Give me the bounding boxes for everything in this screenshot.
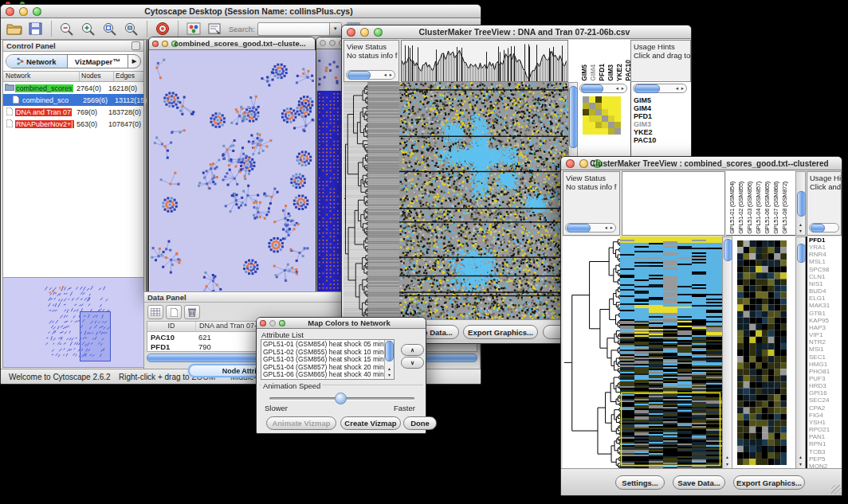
slider-thumb[interactable] — [335, 393, 347, 404]
title-bar[interactable]: combined_scores_good.txt--cluste... — [149, 37, 315, 50]
matrix-cell[interactable] — [583, 122, 589, 128]
scroll-up-icon[interactable]: ▴ — [796, 454, 805, 460]
gene-label[interactable]: ELG1 — [807, 295, 842, 302]
column-label[interactable]: GIM5 — [580, 64, 589, 81]
gene-label[interactable]: GIM4 — [631, 104, 691, 112]
title-bar[interactable]: ClusterMaker TreeView : combined_scores_… — [561, 157, 842, 170]
gene-label[interactable]: HMG1 — [807, 361, 842, 368]
correlation-matrix[interactable] — [583, 96, 621, 135]
network-row-combined-scores[interactable]: combined_scores 2764(0) 16218(0) — [3, 82, 143, 94]
column-label[interactable]: GPL51-07 (GSM868) — [772, 182, 781, 234]
save-icon[interactable] — [26, 20, 45, 37]
column-label[interactable]: GPL51-03 (GSM856) — [746, 182, 755, 234]
column-label[interactable]: GIM4 — [589, 64, 598, 81]
col-network[interactable]: Network — [3, 72, 80, 81]
scroll-down-icon[interactable]: ▾ — [723, 461, 732, 467]
resize-grip[interactable] — [831, 485, 841, 494]
gene-label[interactable]: NIS1 — [807, 280, 842, 287]
matrix-cell[interactable] — [583, 109, 589, 115]
export-graphics-button[interactable]: Export Graphics... — [733, 475, 805, 490]
gene-label[interactable]: PFD1 — [631, 112, 691, 120]
matrix-cell[interactable] — [589, 103, 595, 109]
labels-vscrollbar[interactable]: ▴ ▾ — [795, 171, 806, 236]
scroll-down-icon[interactable]: ▾ — [796, 461, 805, 467]
network-row-combined-sco-selected[interactable]: combined_sco 2569(6) 13112(15) — [3, 94, 143, 106]
matrix-cell[interactable] — [608, 109, 614, 115]
zoom-out-icon[interactable] — [57, 20, 77, 37]
zoom-in-icon[interactable] — [79, 20, 98, 37]
matrix-cell[interactable] — [614, 128, 621, 135]
matrix-cell[interactable] — [608, 115, 614, 122]
select-attributes-icon[interactable] — [147, 305, 163, 319]
scroll-up-icon[interactable]: ▴ — [796, 221, 805, 228]
save-data-button[interactable]: Save Data... — [673, 475, 725, 490]
close-icon[interactable] — [320, 40, 326, 46]
scroll-thumb[interactable] — [385, 341, 394, 361]
vizmapper-icon[interactable] — [184, 20, 203, 37]
matrix-cell[interactable] — [614, 122, 621, 128]
scroll-arrows-icon[interactable]: ◂ ▸ — [605, 225, 615, 231]
listbox-vscrollbar[interactable]: ▴ ▾ — [384, 340, 394, 379]
gene-label[interactable]: FIG4 — [807, 412, 842, 419]
gene-label[interactable]: YKE2 — [631, 128, 691, 136]
open-file-icon[interactable] — [5, 20, 24, 37]
matrix-cell[interactable] — [602, 115, 608, 122]
new-attribute-icon[interactable] — [166, 305, 182, 319]
gene-label[interactable]: PUF3 — [807, 375, 842, 382]
close-icon[interactable] — [347, 28, 355, 37]
minimize-icon[interactable] — [269, 320, 276, 326]
column-label[interactable]: GPL51-08 (GSM872) — [781, 182, 790, 234]
matrix-cell[interactable] — [595, 96, 602, 103]
row-dendrogram-canvas[interactable] — [344, 82, 399, 322]
scroll-thumb[interactable] — [634, 84, 660, 93]
hscrollbar[interactable]: ◂ ▸ — [579, 84, 627, 93]
column-label[interactable]: GIM3 — [607, 64, 615, 81]
zoom-fit-icon[interactable] — [100, 20, 120, 37]
column-label[interactable]: GPL51-02 (GSM855) — [737, 182, 746, 234]
scroll-thumb[interactable] — [797, 244, 806, 263]
tab-vizmapper[interactable]: VizMapper™ — [68, 55, 128, 68]
gene-label[interactable]: PAC10 — [631, 136, 691, 144]
matrix-cell[interactable] — [608, 122, 614, 128]
hscrollbar[interactable] — [809, 223, 839, 232]
scroll-up-icon[interactable]: ▴ — [385, 365, 394, 372]
gene-label[interactable]: GPI16 — [807, 389, 842, 397]
scroll-thumb[interactable] — [347, 71, 371, 80]
gene-label[interactable]: GIM3 — [631, 120, 691, 128]
gene-label[interactable]: NTR2 — [807, 338, 842, 346]
gene-label[interactable]: HRD3 — [807, 382, 842, 389]
matrix-cell[interactable] — [583, 115, 589, 122]
gene-label[interactable]: PEP5 — [807, 455, 842, 463]
network-row-dna-tran[interactable]: DNA and Tran 07 769(0) 183728(0) — [3, 106, 143, 118]
gene-label[interactable]: YSH1 — [807, 419, 842, 426]
delete-attribute-icon[interactable] — [184, 305, 200, 319]
move-down-button[interactable]: ∨ — [401, 357, 424, 369]
matrix-cell[interactable] — [595, 109, 602, 115]
matrix-cell[interactable] — [595, 122, 602, 128]
create-vizmap-button[interactable]: Create Vizmap — [340, 416, 401, 430]
matrix-cell[interactable] — [595, 103, 602, 109]
search-input[interactable]: ▼ — [257, 22, 342, 36]
gene-label[interactable]: CLN1 — [807, 273, 842, 280]
matrix-cell[interactable] — [614, 96, 621, 103]
done-button[interactable]: Done — [403, 416, 437, 430]
scroll-thumb[interactable] — [567, 224, 591, 232]
gene-label[interactable]: KAP95 — [807, 317, 842, 324]
gene-label[interactable]: TCB3 — [807, 448, 842, 455]
col-nodes[interactable]: Nodes — [80, 72, 114, 81]
scroll-down-icon[interactable]: ▾ — [796, 228, 805, 234]
gene-label[interactable]: PAN1 — [807, 433, 842, 440]
scroll-thumb[interactable] — [724, 239, 732, 261]
matrix-cell[interactable] — [589, 122, 595, 128]
gene-label[interactable]: GIM5 — [631, 96, 691, 104]
matrix-cell[interactable] — [608, 96, 614, 103]
help-lifering-icon[interactable] — [153, 20, 172, 37]
zoom-selected-icon[interactable] — [122, 20, 141, 37]
heatmap-canvas[interactable] — [620, 236, 722, 471]
tab-overflow-button[interactable]: ▶ — [128, 55, 140, 68]
matrix-cell[interactable] — [608, 103, 614, 109]
matrix-cell[interactable] — [602, 103, 608, 109]
col-edges[interactable]: Edges — [114, 72, 143, 81]
heatmap-vscrollbar[interactable]: ▴ ▾ — [722, 236, 732, 471]
gene-label[interactable]: YRA1 — [807, 244, 842, 251]
